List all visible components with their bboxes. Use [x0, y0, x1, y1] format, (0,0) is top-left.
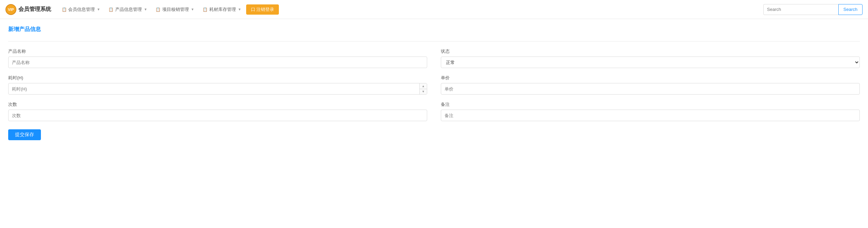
unit-price-input[interactable] [441, 83, 860, 95]
nav-label-member-info: 会员信息管理 [68, 6, 95, 13]
search-button[interactable]: Search [838, 4, 863, 15]
form-group-remark: 备注 [441, 101, 860, 121]
form-right-column: 状态 正常 停用 单价 备注 [441, 48, 860, 140]
logout-button[interactable]: 口 注销登录 [246, 4, 279, 15]
search-input[interactable] [763, 4, 838, 15]
form-left-column: 产品名称 耗时(H) ▲ ▼ 次数 提交保存 [8, 48, 427, 140]
navbar: VIP 会员管理系统 📋 会员信息管理 ▼ 📋 产品信息管理 ▼ 📋 项目核销管… [0, 0, 868, 19]
chevron-down-icon-product: ▼ [144, 7, 147, 11]
nav-item-consumable-stock[interactable]: 📋 耗材库存管理 ▼ [199, 4, 245, 15]
status-label: 状态 [441, 48, 860, 54]
form-grid: 产品名称 耗时(H) ▲ ▼ 次数 提交保存 [8, 48, 860, 140]
form-group-time-cost: 耗时(H) ▲ ▼ [8, 75, 427, 95]
nav-item-member-info[interactable]: 📋 会员信息管理 ▼ [58, 4, 104, 15]
nav-item-project-audit[interactable]: 📋 项目核销管理 ▼ [152, 4, 198, 15]
time-cost-spinners: ▲ ▼ [419, 83, 427, 94]
chevron-down-icon-consumable: ▼ [238, 7, 241, 11]
product-name-label: 产品名称 [8, 48, 427, 54]
search-bar: Search [763, 4, 863, 15]
brand: VIP 会员管理系统 [5, 4, 51, 15]
remark-input[interactable] [441, 110, 860, 121]
time-cost-spinner-down[interactable]: ▼ [420, 89, 427, 95]
unit-price-label: 单价 [441, 75, 860, 81]
chevron-down-icon-project: ▼ [191, 7, 194, 11]
nav-menu: 📋 会员信息管理 ▼ 📋 产品信息管理 ▼ 📋 项目核销管理 ▼ 📋 耗材库存管… [58, 4, 761, 15]
brand-title: 会员管理系统 [18, 6, 51, 13]
time-cost-spinner-up[interactable]: ▲ [420, 83, 427, 89]
nav-label-product-info: 产品信息管理 [115, 6, 142, 13]
nav-label-consumable-stock: 耗材库存管理 [209, 6, 236, 13]
project-audit-icon: 📋 [155, 7, 161, 12]
form-group-status: 状态 正常 停用 [441, 48, 860, 68]
form-group-product-name: 产品名称 [8, 48, 427, 68]
chevron-down-icon-member: ▼ [97, 7, 100, 11]
count-label: 次数 [8, 101, 427, 108]
form-group-unit-price: 单价 [441, 75, 860, 95]
member-info-icon: 📋 [61, 7, 67, 12]
remark-label: 备注 [441, 101, 860, 108]
vip-badge: VIP [5, 4, 16, 15]
time-cost-label: 耗时(H) [8, 75, 427, 81]
page-content: 新增产品信息 产品名称 耗时(H) ▲ ▼ [0, 19, 868, 228]
count-input[interactable] [8, 110, 427, 121]
submit-button[interactable]: 提交保存 [8, 129, 41, 140]
time-cost-wrapper: ▲ ▼ [8, 83, 427, 95]
product-info-icon: 📋 [108, 7, 114, 12]
form-group-count: 次数 [8, 101, 427, 121]
page-title: 新增产品信息 [8, 26, 860, 33]
time-cost-input[interactable] [8, 83, 427, 95]
nav-label-project-audit: 项目核销管理 [162, 6, 189, 13]
product-name-input[interactable] [8, 56, 427, 68]
nav-item-product-info[interactable]: 📋 产品信息管理 ▼ [105, 4, 151, 15]
consumable-stock-icon: 📋 [203, 7, 208, 12]
section-divider [8, 41, 860, 42]
status-select[interactable]: 正常 停用 [441, 56, 860, 68]
